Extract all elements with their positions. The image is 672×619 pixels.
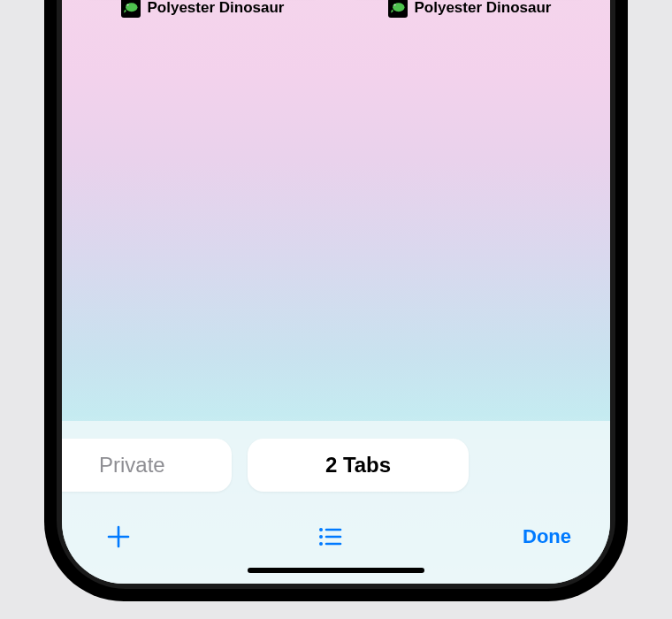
private-label: Private — [99, 453, 165, 478]
svg-point-4 — [127, 5, 128, 6]
phone-frame: Polyester Dinosaur — [44, 0, 628, 601]
bottom-panel: Private 2 Tabs — [62, 421, 610, 584]
tab-title: Polyester Dinosaur — [415, 0, 552, 17]
toolbar: Done — [62, 515, 610, 559]
svg-point-13 — [319, 535, 323, 539]
tab-row: Polyester Dinosaur — [62, 0, 610, 18]
screen: Polyester Dinosaur — [62, 0, 610, 584]
tab-title: Polyester Dinosaur — [148, 0, 285, 17]
home-indicator[interactable] — [248, 568, 424, 573]
dinosaur-icon — [121, 0, 141, 18]
tab-group-current[interactable]: 2 Tabs — [248, 439, 469, 492]
current-tabs-label: 2 Tabs — [325, 453, 391, 478]
tab-overview-area[interactable]: Polyester Dinosaur — [62, 0, 610, 421]
done-label: Done — [523, 525, 571, 547]
svg-point-14 — [319, 542, 323, 546]
phone-inner: Polyester Dinosaur — [57, 0, 615, 589]
tab-label: Polyester Dinosaur — [121, 0, 285, 18]
svg-point-12 — [319, 528, 323, 531]
tab-groups-button[interactable] — [309, 516, 351, 558]
list-icon — [316, 523, 344, 551]
dinosaur-icon — [388, 0, 408, 18]
tab-group-selector[interactable]: Private 2 Tabs — [62, 439, 610, 492]
phone-body: Polyester Dinosaur — [44, 0, 628, 601]
tab-group-private[interactable]: Private — [62, 439, 232, 492]
done-button[interactable]: Done — [519, 518, 575, 555]
tab-card[interactable]: Polyester Dinosaur — [78, 0, 327, 18]
new-tab-button[interactable] — [97, 516, 140, 558]
plus-icon — [104, 523, 133, 551]
svg-point-9 — [394, 5, 395, 6]
tab-label: Polyester Dinosaur — [388, 0, 552, 18]
tab-card[interactable]: Polyester Dinosaur — [345, 0, 594, 18]
